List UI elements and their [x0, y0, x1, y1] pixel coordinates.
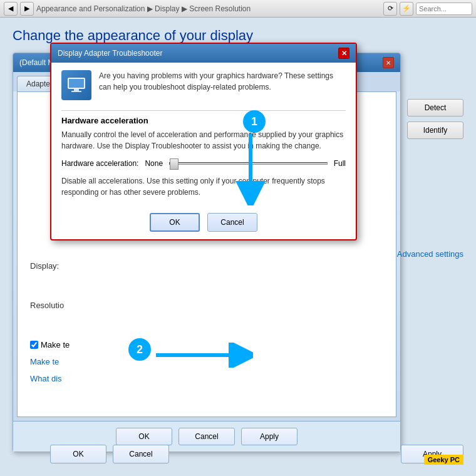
step-1-circle: 1 — [243, 110, 266, 133]
search-input[interactable] — [416, 3, 472, 15]
ok-button[interactable]: OK — [116, 428, 172, 445]
breadcrumb: Appearance and Personalization ▶ Display… — [36, 4, 381, 13]
apply-button[interactable]: Apply — [241, 428, 298, 445]
troubleshooter-content: Are you having problems with your graphi… — [51, 63, 356, 239]
back-button[interactable]: ◀ — [4, 2, 18, 16]
troubleshooter-header-text: Are you having problems with your graphi… — [99, 70, 346, 100]
main-bottom-buttons: OK Cancel — [50, 445, 169, 463]
slider-thumb[interactable] — [170, 158, 178, 170]
main-ok-button[interactable]: OK — [50, 445, 106, 463]
section-title: Hardware acceleration — [61, 116, 346, 125]
troubleshooter-cancel-button[interactable]: Cancel — [207, 213, 257, 232]
troubleshooter-titlebar: Display Adapter Troubleshooter ✕ — [51, 44, 356, 63]
identify-button[interactable]: Identify — [407, 122, 463, 139]
disable-text: Disable all accelerations. Use this sett… — [61, 175, 346, 198]
section-text: Manually control the level of accelerati… — [61, 129, 346, 152]
troubleshooter-title: Display Adapter Troubleshooter — [58, 49, 162, 58]
hardware-acceleration-slider[interactable] — [169, 162, 328, 165]
troubleshooter-dialog: Display Adapter Troubleshooter ✕ Are you… — [50, 43, 357, 241]
troubleshooter-bottom-row: OK Cancel — [61, 208, 346, 232]
slider-row: Hardware acceleration: None Full — [61, 159, 346, 168]
monitor-icon — [61, 70, 91, 100]
cancel-button[interactable]: Cancel — [178, 428, 235, 445]
make-text-row: Make te — [30, 340, 70, 349]
browser-bar: ◀ ▶ Appearance and Personalization ▶ Dis… — [0, 0, 476, 18]
step-2-circle: 2 — [128, 338, 151, 361]
svg-rect-1 — [69, 79, 84, 88]
full-label: Full — [334, 159, 346, 168]
sidebar-labels: Display: Resolutio Make te Make te What … — [30, 261, 70, 391]
none-label: None — [145, 159, 163, 168]
detect-button[interactable]: Detect — [407, 99, 463, 116]
svg-rect-2 — [74, 89, 79, 91]
svg-rect-3 — [71, 91, 81, 92]
make-text-link[interactable]: Make te — [30, 357, 70, 366]
main-cancel-button[interactable]: Cancel — [113, 445, 169, 463]
advanced-settings-link[interactable]: Advanced settings — [397, 249, 463, 259]
page-title: Change the appearance of your display — [13, 28, 463, 44]
slider-label: Hardware acceleration: — [61, 159, 138, 168]
lightning-button[interactable]: ⚡ — [400, 2, 413, 16]
properties-close-button[interactable]: ✕ — [383, 57, 394, 68]
troubleshooter-header: Are you having problems with your graphi… — [61, 70, 346, 100]
right-buttons: Detect Identify — [407, 99, 463, 139]
make-text-checkbox[interactable] — [30, 341, 38, 349]
what-display-link[interactable]: What dis — [30, 374, 70, 383]
resolution-label: Resolutio — [30, 301, 70, 310]
make-text-label: Make te — [41, 340, 70, 349]
forward-button[interactable]: ▶ — [20, 2, 34, 16]
display-label: Display: — [30, 261, 70, 271]
troubleshooter-ok-button[interactable]: OK — [150, 213, 200, 232]
watermark: Geeky PC — [424, 455, 463, 465]
troubleshooter-close-button[interactable]: ✕ — [338, 48, 349, 59]
refresh-button[interactable]: ⟳ — [383, 2, 397, 16]
